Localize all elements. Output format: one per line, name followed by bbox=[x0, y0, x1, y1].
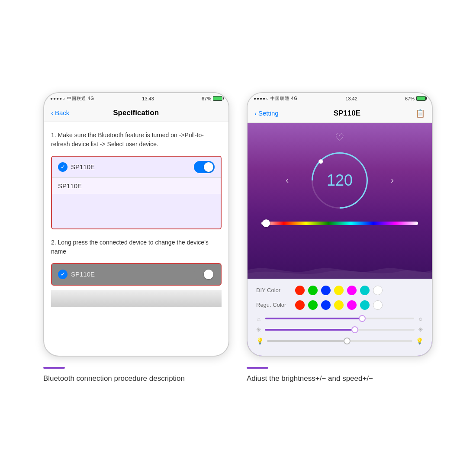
diy-color-swatches[interactable] bbox=[295, 286, 383, 295]
caption-bar-right bbox=[247, 367, 268, 369]
diy-color-label: DIY Color bbox=[256, 287, 291, 293]
instruction-1: 1. Make sure the Bluetooth feature is tu… bbox=[51, 131, 222, 149]
brightness-thumb[interactable] bbox=[359, 315, 366, 322]
left-status-bar: ●●●●○ 中国联通 4G 13:43 67% bbox=[44, 93, 228, 104]
light-slider-track[interactable] bbox=[267, 340, 412, 342]
device-list-empty bbox=[52, 194, 221, 228]
controls-section: DIY Color Regu. Color bbox=[248, 279, 432, 356]
speed-thumb[interactable] bbox=[351, 326, 358, 333]
next-arrow[interactable]: › bbox=[391, 175, 394, 186]
device-1-label: SP110E bbox=[71, 163, 95, 170]
captions-row: Bluetooth connection procedure descripti… bbox=[13, 367, 463, 384]
right-nav-bar: ‹ Setting SP110E 📋 bbox=[248, 104, 432, 123]
speed-slider-track[interactable] bbox=[265, 329, 415, 331]
chevron-left-icon: ‹ bbox=[51, 109, 53, 116]
bpm-circle: 120 bbox=[312, 152, 368, 209]
speed-low-icon: ✳ bbox=[256, 326, 261, 333]
light-fill bbox=[267, 340, 347, 342]
device-2-label: SP110E bbox=[71, 270, 95, 278]
regu-color-label: Regu. Color bbox=[256, 302, 291, 308]
regu-swatch-red[interactable] bbox=[295, 300, 305, 310]
diy-swatch-red[interactable] bbox=[295, 286, 305, 295]
bpm-ring bbox=[300, 141, 380, 220]
left-nav-bar: ‹ Back Specification bbox=[44, 104, 228, 122]
spec-content: 1. Make sure the Bluetooth feature is tu… bbox=[44, 122, 228, 316]
left-phone: ●●●●○ 中国联通 4G 13:43 67% ‹ Back Specifica… bbox=[43, 92, 229, 357]
setting-back-label[interactable]: Setting bbox=[258, 109, 279, 117]
light-slider-row: 💡 💡 bbox=[256, 338, 423, 344]
left-battery-text: 67% bbox=[202, 96, 211, 101]
setting-screen: ♡ ‹ 120 › bbox=[248, 123, 432, 356]
caption-text-right: Adiust the brightness+/− and speed+/− bbox=[247, 373, 433, 384]
right-phone: ●●●●○ 中国联通 4G 13:42 67% ‹ Setting SP110E… bbox=[247, 92, 433, 357]
regu-swatch-blue[interactable] bbox=[321, 300, 331, 310]
main-container: ●●●●○ 中国联通 4G 13:43 67% ‹ Back Specifica… bbox=[13, 92, 463, 357]
light-low-icon: 💡 bbox=[256, 338, 264, 344]
regu-swatch-magenta[interactable] bbox=[347, 300, 357, 310]
speed-high-icon: ✳ bbox=[418, 326, 423, 333]
caption-text-left: Bluetooth connection procedure descripti… bbox=[43, 373, 229, 384]
device-selected-row[interactable]: ✓ SP110E bbox=[52, 157, 221, 178]
diy-swatch-green[interactable] bbox=[308, 286, 318, 295]
regu-swatch-yellow[interactable] bbox=[334, 300, 344, 310]
right-time: 13:42 bbox=[345, 96, 357, 101]
diy-swatch-yellow[interactable] bbox=[334, 286, 344, 295]
device-check-2-icon: ✓ bbox=[58, 270, 68, 279]
bpm-circle-container: ‹ 120 › bbox=[312, 152, 368, 209]
diy-swatch-blue[interactable] bbox=[321, 286, 331, 295]
light-thumb[interactable] bbox=[344, 338, 351, 344]
caption-right: Adiust the brightness+/− and speed+/− bbox=[247, 367, 433, 384]
brightness-fill bbox=[265, 318, 362, 319]
right-page-title: SP110E bbox=[334, 109, 360, 118]
regu-color-row: Regu. Color bbox=[256, 300, 423, 310]
brightness-high-icon: ☼ bbox=[418, 315, 423, 322]
back-label[interactable]: Back bbox=[55, 109, 69, 116]
diy-swatch-magenta[interactable] bbox=[347, 286, 357, 295]
caption-left: Bluetooth connection procedure descripti… bbox=[43, 367, 229, 384]
diy-color-row: DIY Color bbox=[256, 286, 423, 295]
left-time: 13:43 bbox=[142, 96, 154, 101]
diy-swatch-cyan[interactable] bbox=[360, 286, 370, 295]
device-list-container[interactable]: ✓ SP110E SP110E bbox=[51, 156, 222, 229]
right-signal-indicator: ●●●●○ 中国联通 4G bbox=[254, 96, 298, 102]
caption-bar-left bbox=[43, 367, 65, 369]
brightness-low-icon: ☼ bbox=[256, 315, 262, 322]
light-high-icon: 💡 bbox=[416, 338, 423, 344]
color-slider-thumb[interactable] bbox=[262, 219, 270, 227]
regu-swatch-white[interactable] bbox=[373, 300, 383, 310]
bottom-strip bbox=[51, 290, 222, 307]
color-slider-row[interactable] bbox=[261, 222, 418, 225]
back-button[interactable]: ‹ Back bbox=[51, 109, 69, 116]
regu-color-swatches[interactable] bbox=[295, 300, 383, 310]
page-title: Specification bbox=[113, 109, 159, 117]
brightness-slider-track[interactable] bbox=[265, 318, 414, 319]
wave-decoration bbox=[248, 261, 432, 279]
diy-swatch-white[interactable] bbox=[373, 286, 383, 295]
signal-indicator: ●●●●○ 中国联通 4G bbox=[50, 96, 94, 102]
device-list-item[interactable]: SP110E bbox=[52, 178, 221, 194]
device-row-2[interactable]: ✓ SP110E bbox=[51, 263, 222, 286]
instruction-2: 2. Long press the connected device to ch… bbox=[51, 238, 222, 256]
right-battery-text: 67% bbox=[405, 96, 415, 101]
regu-swatch-green[interactable] bbox=[308, 300, 318, 310]
device-check-icon: ✓ bbox=[58, 162, 68, 172]
gradient-bg: ♡ ‹ 120 › bbox=[248, 123, 432, 279]
right-chevron-left-icon: ‹ bbox=[254, 109, 257, 117]
regu-swatch-cyan[interactable] bbox=[360, 300, 370, 310]
speed-fill bbox=[265, 329, 355, 331]
speed-slider-row: ✳ ✳ bbox=[256, 326, 423, 333]
brightness-slider-row: ☼ ☼ bbox=[256, 315, 423, 322]
prev-arrow[interactable]: ‹ bbox=[286, 175, 289, 186]
heart-icon: ♡ bbox=[335, 132, 344, 144]
color-slider-track[interactable] bbox=[261, 222, 418, 225]
right-status-bar: ●●●●○ 中国联通 4G 13:42 67% bbox=[248, 93, 432, 104]
right-battery-icon bbox=[416, 96, 426, 101]
document-icon[interactable]: 📋 bbox=[415, 109, 425, 118]
left-battery-icon bbox=[213, 96, 222, 101]
bpm-dot bbox=[318, 158, 324, 164]
setting-back-button[interactable]: ‹ Setting bbox=[254, 109, 279, 117]
device-toggle-off[interactable] bbox=[194, 268, 215, 280]
device-toggle-on[interactable] bbox=[194, 161, 215, 173]
